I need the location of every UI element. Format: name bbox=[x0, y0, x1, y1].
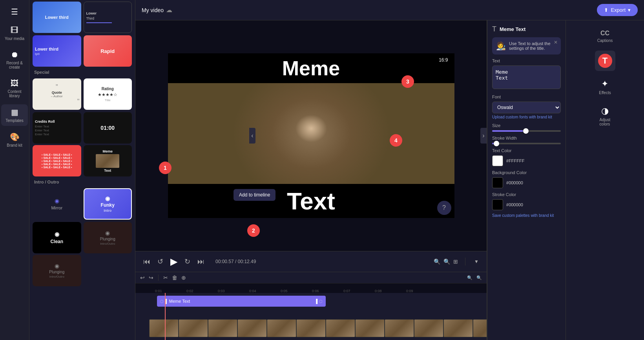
text-color-swatch[interactable] bbox=[492, 155, 503, 166]
rewind-button[interactable]: ↺ bbox=[156, 256, 165, 267]
templates-icon: ▦ bbox=[11, 107, 18, 117]
lt-minimal-label: Lower bbox=[86, 11, 97, 15]
sale-line: • SALE • SALE • SALE • bbox=[42, 153, 72, 156]
total-time: 00:12.49 bbox=[238, 259, 256, 264]
sidebar-item-record[interactable]: ⏺ Record &create bbox=[1, 47, 28, 73]
template-label: Lower third bbox=[45, 15, 69, 20]
expand-timeline-button[interactable]: ▼ bbox=[473, 257, 480, 266]
sale-line2: • SALE • SALE • SALE • bbox=[42, 156, 72, 159]
stroke-width-section-title: Stroke Width bbox=[492, 136, 561, 140]
font-select[interactable]: Oswald bbox=[492, 102, 561, 113]
credits-title: Credits Roll bbox=[35, 120, 55, 124]
redo-button[interactable]: ↪ bbox=[149, 275, 153, 281]
template-card-lower-third-blue[interactable]: Lower third bbox=[33, 2, 81, 33]
template-card-lower-third-text[interactable]: Lower third Ipti bbox=[33, 35, 81, 67]
template-card-plunging[interactable]: ◉ Plunging Intro/Outro bbox=[84, 222, 132, 253]
fit-view-button[interactable]: ⊞ bbox=[453, 258, 458, 265]
sidebar-item-label-brand-kit: Brand kit bbox=[7, 143, 22, 147]
text-color-section-title: Text Color bbox=[492, 148, 561, 153]
delete-button[interactable]: 🗑 bbox=[172, 275, 177, 281]
film-frame-9 bbox=[385, 319, 414, 337]
meme-text-clip[interactable]: ▐ Meme Text ▌ bbox=[157, 296, 326, 307]
credits-line1: Enter Text bbox=[35, 125, 49, 128]
right-panel-captions[interactable]: CC Captions bbox=[594, 27, 616, 46]
upload-fonts-link[interactable]: Upload custom fonts with brand kit bbox=[492, 115, 561, 119]
sidebar-item-your-media[interactable]: 🎞 Your media bbox=[1, 23, 28, 44]
clean-label: Clean bbox=[50, 239, 63, 244]
bg-color-section-title: Background Color bbox=[492, 170, 561, 175]
zoom-in-button[interactable]: 🔍 bbox=[443, 258, 450, 265]
template-card-credits-roll[interactable]: Credits Roll Enter Text Enter Text Enter… bbox=[33, 112, 81, 144]
collapse-right-arrow[interactable]: › bbox=[480, 128, 487, 144]
template-card-sale[interactable]: • SALE • SALE • SALE • • SALE • SALE • S… bbox=[33, 145, 81, 176]
quote-text: Quote bbox=[52, 91, 62, 95]
template-card-lower-third-minimal[interactable]: Lower Third bbox=[84, 2, 132, 33]
video-area: ‹ › Meme Text 16:9 ? Add to bbox=[135, 20, 487, 251]
playhead[interactable] bbox=[165, 293, 166, 340]
timeline-tracks: ▐ Meme Text ▌ bbox=[135, 293, 487, 340]
time-separator: / bbox=[235, 259, 238, 264]
template-card-clean[interactable]: ◉ Clean bbox=[33, 222, 81, 253]
stroke-slider-thumb[interactable] bbox=[494, 141, 499, 146]
funky-sublabel: Intro bbox=[104, 209, 111, 213]
text-input[interactable]: Meme Text bbox=[492, 65, 561, 89]
sidebar-item-menu[interactable]: ☰ bbox=[1, 4, 28, 20]
undo-button[interactable]: ↩ bbox=[140, 275, 145, 281]
template-card-mirror[interactable]: ◉ Mirror bbox=[33, 188, 81, 220]
tooltip-close-button[interactable]: ✕ bbox=[554, 40, 558, 45]
center-right-area: My video ☁ ⬆ Export ▾ ‹ › Meme bbox=[135, 0, 644, 340]
panel-header: T Meme Text bbox=[492, 25, 561, 33]
right-panel-text[interactable]: T bbox=[595, 51, 615, 71]
sidebar-item-content-library[interactable]: 🖼 Contentlibrary bbox=[1, 76, 28, 101]
font-section-title: Font bbox=[492, 95, 561, 99]
template-card-funky[interactable]: ◉ Funky Intro bbox=[84, 188, 132, 220]
template-card-rapid[interactable]: Rapid bbox=[84, 35, 132, 67]
play-button[interactable]: ▶ bbox=[169, 255, 179, 269]
plunging2-sublabel: Intro/Outro bbox=[49, 275, 64, 278]
size-slider-track[interactable] bbox=[492, 130, 561, 132]
sidebar-item-brand-kit[interactable]: 🎨 Brand kit bbox=[1, 129, 28, 151]
film-frame-12 bbox=[473, 319, 487, 337]
timeline-ruler: 0:01 0:02 0:03 0:04 0:05 0:06 0:07 0:08 … bbox=[135, 284, 487, 293]
bg-color-swatch[interactable] bbox=[492, 177, 503, 188]
timeline-toolbar: ↩ ↪ ✂ 🗑 ⊕ 🔍 🔍 bbox=[135, 272, 487, 284]
stroke-color-swatch[interactable] bbox=[492, 199, 503, 210]
properties-panel: T Meme Text 🧑‍🎨 Use Text to adjust the s… bbox=[487, 20, 566, 340]
skip-forward-button[interactable]: ⏭ bbox=[196, 256, 206, 267]
add-clip-button[interactable]: ⊕ bbox=[181, 275, 186, 281]
film-frame-6 bbox=[296, 319, 326, 337]
help-button[interactable]: ? bbox=[437, 201, 451, 215]
right-panel-effects[interactable]: ✦ Effects bbox=[596, 76, 614, 98]
plunging-sublabel: Intro/Outro bbox=[100, 242, 115, 245]
export-button[interactable]: ⬆ Export ▾ bbox=[597, 4, 638, 16]
tick-0:09: 0:09 bbox=[406, 289, 413, 293]
film-frame-5 bbox=[267, 319, 296, 337]
size-slider-thumb[interactable] bbox=[523, 128, 529, 134]
template-card-timer[interactable]: 01:00 bbox=[84, 112, 132, 144]
template-card-rating[interactable]: Rating ★★★★☆ Title bbox=[84, 78, 132, 110]
tick-0:07: 0:07 bbox=[343, 289, 350, 293]
skip-back-button[interactable]: ⏮ bbox=[142, 256, 152, 267]
sidebar-item-templates[interactable]: ▦ Templates bbox=[1, 104, 28, 126]
fast-forward-button[interactable]: ↻ bbox=[183, 256, 192, 267]
save-palettes-link[interactable]: Save custom palettes with brand kit bbox=[492, 213, 561, 218]
zoom-controls: 🔍 🔍 ⊞ bbox=[434, 258, 458, 265]
right-panel-adjust-colors[interactable]: ◑ Adjustcolors bbox=[597, 103, 614, 129]
credits-line3: Enter Text bbox=[35, 133, 49, 136]
zoom-out-button[interactable]: 🔍 bbox=[434, 258, 440, 265]
adjust-colors-icon: ◑ bbox=[601, 106, 609, 116]
stroke-slider-container bbox=[492, 143, 561, 144]
cut-button[interactable]: ✂ bbox=[163, 275, 168, 281]
template-card-quote[interactable]: " Quote – Author " bbox=[33, 78, 81, 110]
stroke-slider-track[interactable] bbox=[492, 143, 561, 144]
lt-minimal-label2: Third bbox=[86, 16, 95, 20]
video-filmstrip bbox=[149, 318, 487, 338]
tutorial-step-3: 3 bbox=[401, 75, 414, 88]
text-color-row: #FFFFFF bbox=[492, 155, 561, 166]
collapse-left-arrow[interactable]: ‹ bbox=[249, 128, 255, 144]
section-label-special: Special bbox=[33, 67, 132, 76]
template-card-meme[interactable]: Meme Text bbox=[84, 145, 132, 176]
add-to-timeline-popup[interactable]: Add to timeline bbox=[234, 189, 275, 201]
quote-author: – Author bbox=[51, 95, 63, 98]
template-card-plunging-2[interactable]: ◉ Plunging Intro/Outro bbox=[33, 255, 81, 286]
